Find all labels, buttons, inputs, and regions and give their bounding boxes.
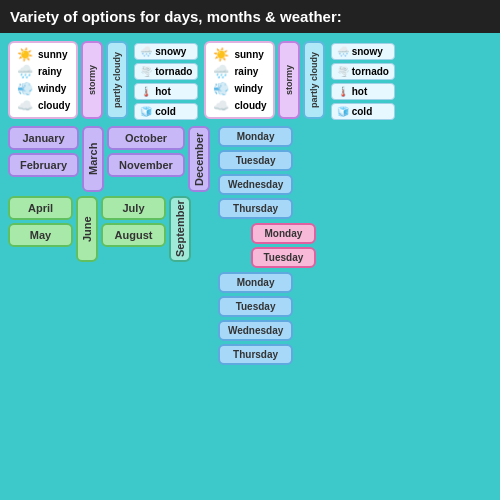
month-list-jan-feb: January February bbox=[8, 126, 79, 177]
weather-card-1: ☀️ sunny 🌧️ rainy 💨 windy ☁️ cloudy bbox=[8, 41, 78, 119]
rainy-label-1: rainy bbox=[38, 66, 62, 77]
month-february: February bbox=[8, 153, 79, 177]
header-title: Variety of options for days, months & we… bbox=[10, 8, 342, 25]
month-may: May bbox=[8, 223, 73, 247]
month-july: July bbox=[101, 196, 166, 220]
hot-item-1: 🌡️ hot bbox=[134, 83, 198, 100]
stormy-label-1: stormy bbox=[87, 65, 97, 95]
weather-extras-2: 🌨️ snowy 🌪️ tornado 🌡️ hot 🧊 cold bbox=[331, 43, 395, 120]
weather-item-sunny-2: ☀️ sunny bbox=[212, 47, 266, 62]
weather-item-cloudy-1: ☁️ cloudy bbox=[16, 98, 70, 113]
cloudy-icon-2: ☁️ bbox=[212, 98, 230, 113]
day-tuesday-3: Tuesday bbox=[218, 296, 293, 317]
hot-icon-2: 🌡️ bbox=[337, 86, 349, 97]
weather-item-rainy-2: 🌧️ rainy bbox=[212, 64, 266, 79]
partly-cloudy-col-2: partly cloudy bbox=[303, 41, 325, 119]
hot-label-1: hot bbox=[155, 86, 171, 97]
cold-item-1: 🧊 cold bbox=[134, 103, 198, 120]
month-september: September bbox=[169, 196, 191, 262]
month-march: March bbox=[82, 126, 104, 192]
weather-group-1: ☀️ sunny 🌧️ rainy 💨 windy ☁️ cloudy stor… bbox=[8, 41, 128, 119]
snowy-icon-2: 🌨️ bbox=[337, 46, 349, 57]
months-days-section: January February March October November … bbox=[8, 126, 492, 365]
day-monday-1: Monday bbox=[218, 126, 293, 147]
cloudy-icon-1: ☁️ bbox=[16, 98, 34, 113]
stormy-col-1: stormy bbox=[81, 41, 103, 119]
stormy-col-2: stormy bbox=[278, 41, 300, 119]
day-thursday-1: Thursday bbox=[218, 198, 293, 219]
tornado-label-2: tornado bbox=[352, 66, 389, 77]
month-june: June bbox=[76, 196, 98, 262]
cold-label-1: cold bbox=[155, 106, 176, 117]
cloudy-label-2: cloudy bbox=[234, 100, 266, 111]
tornado-label-1: tornado bbox=[155, 66, 192, 77]
month-list-jul-aug: July August bbox=[101, 196, 166, 247]
cold-label-2: cold bbox=[352, 106, 373, 117]
tornado-icon-2: 🌪️ bbox=[337, 66, 349, 77]
day-tuesday-2: Tuesday bbox=[251, 247, 316, 268]
cloudy-label-1: cloudy bbox=[38, 100, 70, 111]
tornado-item-1: 🌪️ tornado bbox=[134, 63, 198, 80]
day-wednesday-1: Wednesday bbox=[218, 174, 293, 195]
day-tuesday-1: Tuesday bbox=[218, 150, 293, 171]
hot-icon-1: 🌡️ bbox=[140, 86, 152, 97]
month-december: December bbox=[188, 126, 210, 192]
month-january: January bbox=[8, 126, 79, 150]
weather-extras-1: 🌨️ snowy 🌪️ tornado 🌡️ hot 🧊 cold bbox=[134, 43, 198, 120]
rainy-icon-2: 🌧️ bbox=[212, 64, 230, 79]
weather-card-2: ☀️ sunny 🌧️ rainy 💨 windy ☁️ cloudy bbox=[204, 41, 274, 119]
cold-icon-1: 🧊 bbox=[140, 106, 152, 117]
day-monday-2: Monday bbox=[251, 223, 316, 244]
snowy-item-2: 🌨️ snowy bbox=[331, 43, 395, 60]
partly-cloudy-label-1: partly cloudy bbox=[112, 52, 122, 108]
days-col-2: Monday Tuesday bbox=[218, 223, 316, 268]
weather-group-2: ☀️ sunny 🌧️ rainy 💨 windy ☁️ cloudy stor… bbox=[204, 41, 324, 119]
partly-cloudy-label-2: partly cloudy bbox=[309, 52, 319, 108]
tornado-item-2: 🌪️ tornado bbox=[331, 63, 395, 80]
rainy-label-2: rainy bbox=[234, 66, 258, 77]
tornado-icon-1: 🌪️ bbox=[140, 66, 152, 77]
days-group: Monday Tuesday Wednesday Thursday Monday… bbox=[218, 126, 316, 365]
weather-section: ☀️ sunny 🌧️ rainy 💨 windy ☁️ cloudy stor… bbox=[8, 41, 492, 120]
month-list-apr-may: April May bbox=[8, 196, 73, 247]
hot-item-2: 🌡️ hot bbox=[331, 83, 395, 100]
months-row-1: January February March October November … bbox=[8, 126, 210, 192]
weather-item-sunny-1: ☀️ sunny bbox=[16, 47, 70, 62]
month-november: November bbox=[107, 153, 185, 177]
stormy-label-2: stormy bbox=[284, 65, 294, 95]
weather-item-windy-2: 💨 windy bbox=[212, 81, 266, 96]
sunny-icon-2: ☀️ bbox=[212, 47, 230, 62]
snowy-item-1: 🌨️ snowy bbox=[134, 43, 198, 60]
windy-icon-1: 💨 bbox=[16, 81, 34, 96]
windy-label-2: windy bbox=[234, 83, 262, 94]
snowy-label-1: snowy bbox=[155, 46, 186, 57]
month-october: October bbox=[107, 126, 185, 150]
days-col-3: Monday Tuesday Wednesday Thursday bbox=[218, 272, 316, 365]
months-group: January February March October November … bbox=[8, 126, 210, 262]
month-april: April bbox=[8, 196, 73, 220]
windy-label-1: windy bbox=[38, 83, 66, 94]
cold-item-2: 🧊 cold bbox=[331, 103, 395, 120]
day-list-2: Monday Tuesday bbox=[251, 223, 316, 268]
day-list-1: Monday Tuesday Wednesday Thursday bbox=[218, 126, 293, 219]
day-wednesday-3: Wednesday bbox=[218, 320, 293, 341]
days-col-1: Monday Tuesday Wednesday Thursday bbox=[218, 126, 316, 219]
sunny-icon-1: ☀️ bbox=[16, 47, 34, 62]
header: Variety of options for days, months & we… bbox=[0, 0, 500, 33]
month-august: August bbox=[101, 223, 166, 247]
snowy-icon-1: 🌨️ bbox=[140, 46, 152, 57]
sunny-label-1: sunny bbox=[38, 49, 67, 60]
snowy-label-2: snowy bbox=[352, 46, 383, 57]
weather-item-cloudy-2: ☁️ cloudy bbox=[212, 98, 266, 113]
windy-icon-2: 💨 bbox=[212, 81, 230, 96]
month-list-oct-nov: October November bbox=[107, 126, 185, 177]
weather-item-rainy-1: 🌧️ rainy bbox=[16, 64, 70, 79]
rainy-icon-1: 🌧️ bbox=[16, 64, 34, 79]
day-thursday-3: Thursday bbox=[218, 344, 293, 365]
months-row-2: April May June July August September bbox=[8, 196, 210, 262]
day-list-3: Monday Tuesday Wednesday Thursday bbox=[218, 272, 293, 365]
hot-label-2: hot bbox=[352, 86, 368, 97]
day-monday-3: Monday bbox=[218, 272, 293, 293]
sunny-label-2: sunny bbox=[234, 49, 263, 60]
partly-cloudy-col-1: partly cloudy bbox=[106, 41, 128, 119]
